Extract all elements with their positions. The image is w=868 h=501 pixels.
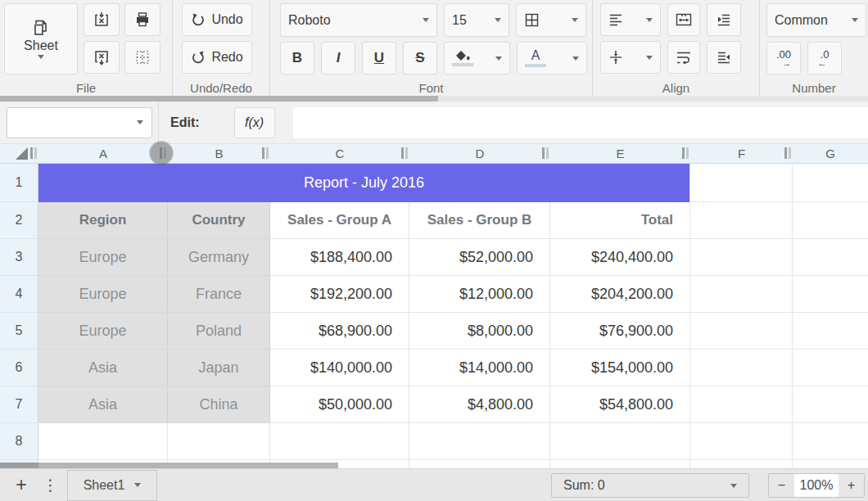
cell[interactable]: $54,800.00	[550, 386, 690, 423]
cell[interactable]: Germany	[168, 239, 270, 276]
cell[interactable]	[793, 276, 868, 313]
row-header-2[interactable]: 2	[0, 202, 38, 239]
cell[interactable]	[550, 423, 690, 460]
column-resize-handle[interactable]	[262, 147, 264, 159]
cell[interactable]	[690, 202, 793, 239]
cell[interactable]: Poland	[168, 313, 270, 350]
increase-decimal-button[interactable]: .00 →	[766, 42, 801, 74]
sheet-button[interactable]: Sheet	[4, 3, 78, 74]
decrease-indent-button[interactable]	[707, 41, 741, 74]
cell[interactable]: China	[168, 386, 270, 423]
cell-name-box[interactable]	[7, 107, 152, 138]
sheet-menu-button[interactable]: ⋮	[43, 476, 54, 494]
font-color-button[interactable]: A	[517, 42, 587, 74]
column-header-d[interactable]: D	[409, 144, 550, 164]
cell[interactable]: France	[168, 276, 270, 313]
cell[interactable]	[690, 350, 793, 386]
select-all-corner[interactable]	[0, 144, 38, 164]
column-resize-handle[interactable]	[401, 147, 404, 159]
cell[interactable]	[793, 350, 868, 386]
column-header-e[interactable]: E	[550, 144, 690, 164]
cell[interactable]: $68,900.00	[270, 313, 409, 350]
cell[interactable]: $192,200.00	[270, 276, 409, 313]
cell[interactable]	[793, 313, 868, 350]
cell[interactable]: Asia	[38, 350, 168, 386]
underline-button[interactable]: U	[362, 42, 396, 74]
increase-indent-button[interactable]	[707, 3, 741, 36]
merged-title-cell[interactable]: Report - July 2016	[38, 164, 690, 202]
cell[interactable]: Country	[168, 202, 270, 239]
cell[interactable]	[690, 239, 793, 276]
cell[interactable]: Europe	[38, 239, 168, 276]
cell[interactable]	[793, 164, 868, 202]
row-header-8[interactable]: 8	[0, 423, 38, 460]
insert-data-button[interactable]	[84, 3, 120, 36]
row-header-7[interactable]: 7	[0, 386, 38, 423]
formula-input[interactable]	[293, 107, 868, 138]
cell[interactable]: Japan	[168, 350, 270, 386]
column-resize-handle[interactable]	[784, 147, 787, 159]
cell[interactable]: $14,000.00	[409, 350, 550, 386]
horizontal-align-select[interactable]	[600, 3, 661, 36]
decrease-decimal-button[interactable]: .0 ←	[807, 42, 842, 74]
cell[interactable]: $204,200.00	[550, 276, 690, 313]
clear-borders-button[interactable]	[124, 41, 160, 74]
cell[interactable]: $154,000.00	[550, 350, 690, 386]
cell[interactable]	[409, 423, 550, 460]
cell[interactable]: Europe	[38, 276, 168, 313]
cell[interactable]	[793, 239, 868, 276]
add-sheet-button[interactable]: +	[11, 474, 31, 496]
font-name-select[interactable]: Roboto	[280, 3, 437, 37]
cell[interactable]	[38, 423, 168, 460]
redo-button[interactable]: Redo	[182, 41, 252, 74]
cell[interactable]: Sales - Group B	[409, 202, 550, 239]
cell[interactable]	[690, 276, 793, 313]
zoom-out-button[interactable]: −	[769, 474, 794, 497]
column-resize-handle[interactable]	[542, 147, 545, 159]
row-header-1[interactable]: 1	[0, 164, 38, 202]
cell[interactable]: $140,000.00	[270, 350, 409, 386]
undo-button[interactable]: Undo	[182, 3, 252, 36]
row-header-3[interactable]: 3	[0, 239, 38, 276]
cell[interactable]	[168, 423, 270, 460]
column-header-b[interactable]: B	[168, 144, 270, 164]
row-header-5[interactable]: 5	[0, 313, 38, 350]
cell[interactable]	[793, 386, 868, 423]
cell[interactable]: Asia	[38, 386, 168, 423]
cell[interactable]: $52,000.00	[409, 239, 550, 276]
number-format-select[interactable]: Common	[766, 3, 866, 37]
column-header-c[interactable]: C	[270, 144, 409, 164]
cell[interactable]	[270, 423, 409, 460]
cell[interactable]: $12,000.00	[409, 276, 550, 313]
cell[interactable]	[690, 423, 793, 460]
cell[interactable]: $240,400.00	[550, 239, 690, 276]
vertical-align-select[interactable]	[600, 41, 661, 74]
row-header-4[interactable]: 4	[0, 276, 38, 313]
cell[interactable]: $188,400.00	[270, 239, 409, 276]
aggregate-select[interactable]: Sum: 0	[551, 473, 749, 498]
italic-button[interactable]: I	[321, 42, 355, 74]
cell[interactable]: $8,000.00	[409, 313, 550, 350]
fill-color-button[interactable]	[444, 42, 510, 74]
column-resize-handle[interactable]	[682, 147, 685, 159]
cell[interactable]: Region	[38, 202, 168, 239]
strikethrough-button[interactable]: S	[403, 42, 437, 74]
cell[interactable]	[793, 423, 868, 460]
bold-button[interactable]: B	[280, 42, 314, 74]
merge-cells-button[interactable]	[667, 3, 700, 36]
ribbon-scrollbar-thumb[interactable]	[0, 96, 438, 102]
cell[interactable]: $50,000.00	[270, 386, 409, 423]
cell[interactable]	[690, 313, 793, 350]
cell[interactable]	[793, 202, 868, 239]
column-header-a[interactable]: A	[38, 144, 168, 164]
row-header-6[interactable]: 6	[0, 350, 38, 386]
cell[interactable]: Europe	[38, 313, 168, 350]
font-size-select[interactable]: 15	[444, 3, 509, 37]
cell[interactable]: $4,800.00	[409, 386, 550, 423]
cell[interactable]: $76,900.00	[550, 313, 690, 350]
cell[interactable]: Sales - Group A	[270, 202, 409, 239]
sheet-tab[interactable]: Sheet1	[67, 470, 157, 501]
print-button[interactable]	[124, 3, 160, 36]
column-header-f[interactable]: F	[690, 144, 793, 164]
cell[interactable]: Total	[550, 202, 690, 239]
